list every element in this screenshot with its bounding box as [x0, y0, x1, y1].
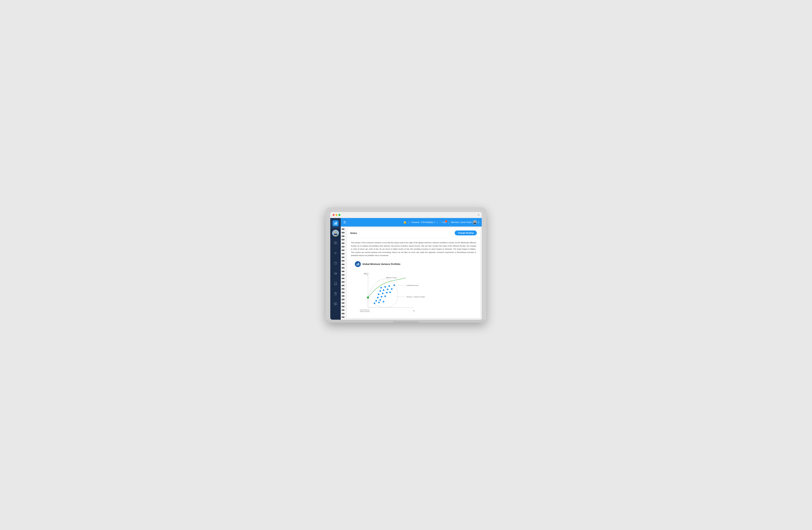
laptop-base — [326, 320, 486, 323]
sidebar-avatar[interactable] — [332, 230, 339, 237]
svg-text:Individual Security: Individual Security — [406, 285, 419, 286]
svg-point-16 — [474, 221, 476, 223]
svg-rect-0 — [334, 224, 335, 225]
svg-point-28 — [367, 296, 369, 299]
sidebar-item-clipboard[interactable] — [332, 290, 339, 297]
chart-icon — [356, 262, 360, 266]
svg-text:Variance Porfolio: Variance Porfolio — [360, 311, 370, 312]
spiral-ring — [342, 246, 345, 247]
sidebar-item-help[interactable] — [332, 260, 339, 267]
nav-separator-3: | — [448, 221, 449, 224]
sidebar-item-book-open[interactable] — [332, 240, 339, 246]
svg-point-48 — [383, 301, 385, 302]
svg-point-44 — [375, 300, 377, 302]
svg-point-39 — [386, 292, 388, 293]
spiral-ring — [342, 235, 345, 237]
main-content: ☰ 🔔 | Actuarial - P (Probability) ▾ | 🛒 … — [341, 218, 482, 320]
laptop-screen: ≡ — [330, 212, 482, 320]
sidebar-nav — [330, 240, 341, 307]
spiral-ring — [342, 313, 345, 314]
nav-course-selector[interactable]: Actuarial - P (Probability) ▾ — [411, 221, 435, 224]
spiral-ring — [342, 299, 345, 300]
online-indicator — [337, 234, 338, 236]
svg-text:E(Rp): E(Rp) — [364, 273, 368, 275]
user-welcome[interactable]: Welcome, James Smith ▾ — [451, 220, 479, 225]
svg-point-35 — [387, 288, 389, 290]
svg-point-8 — [334, 262, 337, 265]
window-chrome: ≡ — [330, 212, 482, 218]
chart-title-row: Global Minimum Variance Portfolio — [355, 261, 472, 267]
spiral-ring — [342, 281, 345, 283]
chart-icon-circle — [355, 261, 361, 267]
sidebar — [330, 218, 341, 320]
sidebar-item-graduation[interactable] — [332, 270, 339, 277]
nav-separator-1: | — [409, 221, 409, 224]
spiral-ring — [342, 267, 345, 268]
spiral-ring — [342, 296, 345, 297]
nav-separator-2: | — [437, 221, 437, 224]
spiral-ring — [342, 232, 345, 233]
traffic-lights — [333, 214, 340, 216]
spiral-ring — [342, 250, 345, 251]
spiral-ring — [342, 306, 345, 307]
sidebar-item-reading[interactable] — [332, 301, 339, 307]
svg-rect-10 — [335, 292, 336, 295]
window-menu-icon: ≡ — [478, 214, 479, 216]
spiral-ring — [342, 260, 345, 261]
svg-point-40 — [389, 291, 391, 293]
svg-point-37 — [378, 293, 379, 295]
sidebar-item-book[interactable] — [332, 280, 339, 287]
svg-point-38 — [382, 292, 383, 294]
notes-paragraph: The portion of the minimum-variance curv… — [351, 241, 476, 257]
top-nav: ☰ 🔔 | Actuarial - P (Probability) ▾ | 🛒 … — [341, 218, 482, 227]
course-chevron: ▾ — [434, 221, 435, 224]
spiral-ring — [342, 253, 345, 254]
svg-point-45 — [379, 299, 381, 301]
maximize-button[interactable] — [338, 214, 340, 216]
spiral-ring — [342, 274, 345, 275]
spiral-ring — [342, 317, 345, 318]
bell-icon[interactable]: 🔔 — [403, 221, 407, 224]
cart-icon: 🛒 — [439, 221, 442, 224]
welcome-label: Welcome, James Smith — [451, 221, 472, 224]
logo-chart-icon — [334, 221, 337, 225]
content-area: Notes Change Reading The portion of the … — [341, 227, 482, 320]
svg-point-34 — [383, 289, 385, 291]
svg-rect-20 — [358, 263, 358, 265]
svg-point-7 — [335, 253, 336, 254]
change-reading-button[interactable]: Change Reading — [455, 230, 477, 235]
close-button[interactable] — [333, 214, 335, 216]
notes-header: Notes Change Reading — [347, 228, 480, 238]
svg-rect-1 — [335, 223, 336, 225]
spiral-ring — [342, 310, 345, 311]
sidebar-item-brain[interactable] — [332, 250, 339, 256]
laptop-outer: ≡ — [326, 207, 486, 323]
spiral-ring — [342, 264, 345, 265]
chart-title: Global Minimum Variance Portfolio — [362, 263, 401, 266]
notes-title: Notes — [350, 232, 357, 234]
svg-point-31 — [389, 285, 390, 287]
course-label: Actuarial - P (Probability) — [411, 221, 433, 224]
svg-point-36 — [391, 288, 393, 290]
svg-text:Minimum - Variance Frontier: Minimum - Variance Frontier — [406, 296, 425, 298]
spiral-column — [341, 227, 345, 320]
spiral-ring — [342, 292, 345, 293]
spiral-ring — [342, 288, 345, 289]
spiral-ring — [342, 239, 345, 240]
logo-icon — [333, 220, 338, 226]
minimize-button[interactable] — [335, 214, 337, 216]
svg-rect-19 — [357, 264, 357, 265]
sidebar-logo — [330, 218, 341, 229]
svg-text:Efficient Frontier: Efficient Frontier — [386, 277, 397, 278]
portfolio-chart-svg: E(Rp) σp — [355, 270, 427, 316]
svg-point-43 — [385, 296, 386, 297]
svg-point-30 — [385, 286, 386, 288]
cart-button[interactable]: 🛒 Cart 1 — [439, 221, 446, 224]
chart-section: Global Minimum Variance Portfolio E(R — [351, 261, 476, 318]
notes-panel: Notes Change Reading The portion of the … — [347, 228, 480, 318]
svg-rect-18 — [474, 223, 476, 224]
svg-point-42 — [381, 296, 382, 298]
notes-text-area: The portion of the minimum-variance curv… — [347, 238, 480, 318]
app-container: ☰ 🔔 | Actuarial - P (Probability) ▾ | 🛒 … — [330, 218, 482, 320]
hamburger-icon[interactable]: ☰ — [343, 220, 346, 224]
